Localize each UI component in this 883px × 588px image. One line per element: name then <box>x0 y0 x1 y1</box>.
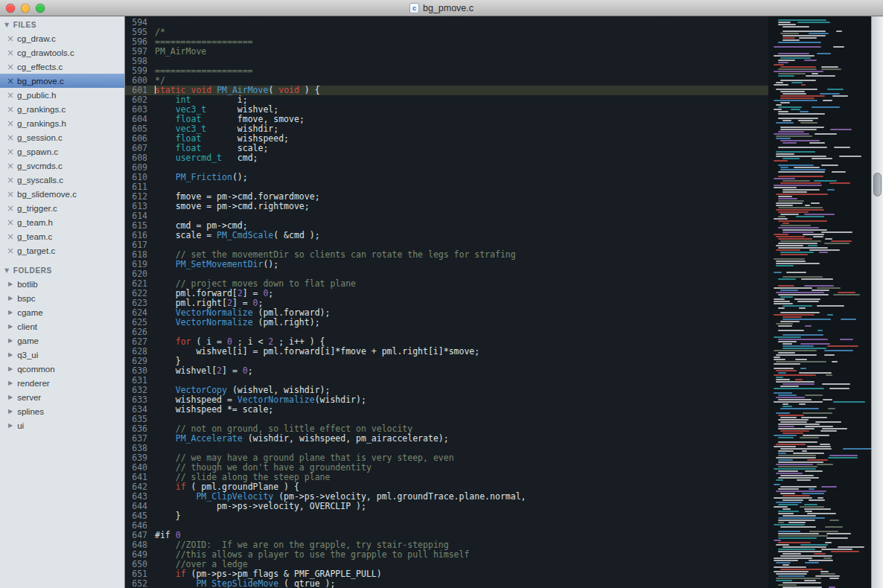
sidebar-folder-qcommon[interactable]: ▶qcommon <box>0 362 124 376</box>
folder-disclosure-icon[interactable]: ▶ <box>8 323 13 330</box>
files-section-header[interactable]: ▼ FILES <box>0 18 124 31</box>
sidebar-file-g_syscalls.c[interactable]: ×g_syscalls.c <box>0 173 124 187</box>
sidebar-file-g_svcmds.c[interactable]: ×g_svcmds.c <box>0 159 124 173</box>
sidebar-file-g_trigger.c[interactable]: ×g_trigger.c <box>0 201 124 215</box>
code-line-628[interactable]: 628 wishvel[i] = pml.forward[i]*fmove + … <box>125 347 768 357</box>
minimap-code-mark <box>778 394 797 396</box>
minimap-code-mark <box>803 435 829 436</box>
code-line-625[interactable]: 625 VectorNormalize (pml.right); <box>125 318 768 327</box>
sidebar-folder-botlib[interactable]: ▶botlib <box>0 277 124 291</box>
folder-disclosure-icon[interactable]: ▶ <box>8 337 13 344</box>
zoom-window-button[interactable] <box>36 4 45 13</box>
folder-disclosure-icon[interactable]: ▶ <box>8 380 13 386</box>
close-file-icon[interactable]: × <box>7 162 13 170</box>
sidebar-folder-q3_ui[interactable]: ▶q3_ui <box>0 348 124 362</box>
close-file-icon[interactable]: × <box>7 147 13 156</box>
minimap-code-mark <box>804 504 817 505</box>
code-line-634[interactable]: 634 wishspeed *= scale; <box>125 405 768 415</box>
sidebar-file-cg_effects.c[interactable]: ×cg_effects.c <box>0 60 124 74</box>
code-line-594[interactable]: 594 <box>125 18 768 28</box>
code-line-644[interactable]: 644 pm->ps->velocity, OVERCLIP ); <box>125 502 768 511</box>
scrollbar-thumb[interactable] <box>873 173 882 196</box>
code-token: ; <box>258 298 264 308</box>
minimap-code-mark <box>778 42 821 43</box>
close-file-icon[interactable]: × <box>7 91 13 100</box>
line-content: usercmd_t cmd; <box>155 153 258 163</box>
minimap[interactable] <box>768 16 871 588</box>
code-line-645[interactable]: 645 } <box>125 511 768 521</box>
code-line-608[interactable]: 608 usercmd_t cmd; <box>125 153 768 163</box>
close-file-icon[interactable]: × <box>7 204 13 213</box>
code-line-630[interactable]: 630 wishvel[2] = 0; <box>125 366 768 376</box>
vertical-scrollbar[interactable] <box>871 16 883 588</box>
close-file-icon[interactable]: × <box>7 133 13 142</box>
minimap-code-mark <box>823 557 831 559</box>
minimap-code-mark <box>776 205 793 206</box>
sidebar-folder-splines[interactable]: ▶splines <box>0 404 124 418</box>
code-line-652[interactable]: 652 PM_StepSlideMove ( qtrue ); <box>125 579 768 588</box>
code-line-646[interactable]: 646 <box>125 521 768 531</box>
close-file-icon[interactable]: × <box>7 63 13 71</box>
sidebar-folder-server[interactable]: ▶server <box>0 390 124 404</box>
close-file-icon[interactable]: × <box>7 176 13 185</box>
code-line-613[interactable]: 613 smove = pm->cmd.rightmove; <box>125 202 768 211</box>
code-line-616[interactable]: 616 scale = PM_CmdScale( &cmd ); <box>125 231 768 240</box>
minimap-code-mark <box>829 587 835 588</box>
sidebar-file-g_session.c[interactable]: ×g_session.c <box>0 130 124 144</box>
sidebar-folder-renderer[interactable]: ▶renderer <box>0 376 124 390</box>
sidebar-file-g_team.h[interactable]: ×g_team.h <box>0 215 124 229</box>
sidebar-file-bg_slidemove.c[interactable]: ×bg_slidemove.c <box>0 187 124 201</box>
sidebar-file-cg_drawtools.c[interactable]: ×cg_drawtools.c <box>0 45 124 60</box>
sidebar-file-g_rankings.c[interactable]: ×g_rankings.c <box>0 102 124 116</box>
minimap-code-mark <box>782 546 826 548</box>
sidebar-file-g_target.c[interactable]: ×g_target.c <box>0 243 124 258</box>
code-line-610[interactable]: 610 PM_Friction(); <box>125 173 768 182</box>
close-file-icon[interactable]: × <box>7 190 13 199</box>
document-proxy-icon[interactable]: c <box>409 3 419 13</box>
folder-disclosure-icon[interactable]: ▶ <box>8 394 13 400</box>
sidebar-folder-bspc[interactable]: ▶bspc <box>0 291 124 305</box>
minimize-window-button[interactable] <box>21 4 30 13</box>
code-editor[interactable]: 594595/*596===================597PM_AirM… <box>125 16 768 588</box>
sidebar-folder-game[interactable]: ▶game <box>0 333 124 348</box>
sidebar-folder-client[interactable]: ▶client <box>0 319 124 333</box>
code-token: ; i++ ) { <box>273 336 325 347</box>
sidebar-file-g_rankings.h[interactable]: ×g_rankings.h <box>0 116 124 130</box>
code-line-597[interactable]: 597PM_AirMove <box>125 47 768 57</box>
close-file-icon[interactable]: × <box>7 232 13 241</box>
code-line-619[interactable]: 619 PM_SetMovementDir(); <box>125 260 768 269</box>
folder-disclosure-icon[interactable]: ▶ <box>8 309 13 316</box>
close-file-icon[interactable]: × <box>7 77 13 86</box>
close-file-icon[interactable]: × <box>7 218 13 227</box>
folders-section-header[interactable]: ▼ FOLDERS <box>0 263 124 277</box>
folder-disclosure-icon[interactable]: ▶ <box>8 365 13 372</box>
minimap-code-mark <box>800 368 806 369</box>
folder-disclosure-icon[interactable]: ▶ <box>8 408 13 415</box>
close-file-icon[interactable]: × <box>7 34 13 43</box>
folder-disclosure-icon[interactable]: ▶ <box>8 281 13 287</box>
close-file-icon[interactable]: × <box>7 48 13 57</box>
folder-disclosure-icon[interactable]: ▶ <box>8 295 13 301</box>
minimap-code-mark <box>815 575 839 577</box>
minimap-code-mark <box>774 566 806 568</box>
sidebar-file-g_spawn.c[interactable]: ×g_spawn.c <box>0 144 124 159</box>
sidebar-file-g_public.h[interactable]: ×g_public.h <box>0 88 124 102</box>
close-file-icon[interactable]: × <box>7 105 13 114</box>
code-line-599[interactable]: 599=================== <box>125 66 768 76</box>
sidebar-file-cg_draw.c[interactable]: ×cg_draw.c <box>0 31 124 45</box>
folder-disclosure-icon[interactable]: ▶ <box>8 351 13 358</box>
close-window-button[interactable] <box>6 4 15 13</box>
sidebar-file-bg_pmove.c[interactable]: ×bg_pmove.c <box>0 74 124 88</box>
code-token: fmove, smove; <box>201 114 304 124</box>
folder-disclosure-icon[interactable]: ▶ <box>8 422 13 429</box>
disclosure-down-icon[interactable]: ▼ <box>4 267 10 274</box>
sidebar-folder-ui[interactable]: ▶ui <box>0 418 124 432</box>
close-file-icon[interactable]: × <box>7 119 13 128</box>
code-line-637[interactable]: 637 PM_Accelerate (wishdir, wishspeed, p… <box>125 434 768 444</box>
disclosure-down-icon[interactable]: ▼ <box>4 22 10 28</box>
code-line-596[interactable]: 596=================== <box>125 37 768 47</box>
close-file-icon[interactable]: × <box>7 246 13 255</box>
titlebar[interactable]: c bg_pmove.c <box>0 0 883 16</box>
sidebar-folder-cgame[interactable]: ▶cgame <box>0 305 124 319</box>
sidebar-file-g_team.c[interactable]: ×g_team.c <box>0 229 124 243</box>
